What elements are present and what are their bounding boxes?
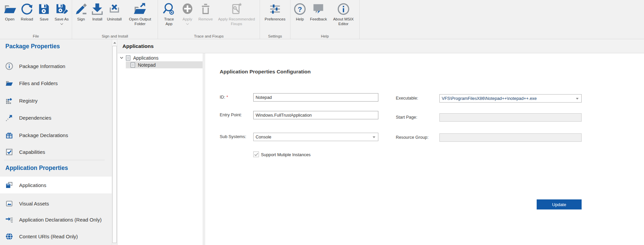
sign-icon xyxy=(74,2,88,16)
open-output-folder-button-label: Open Output Folder xyxy=(124,17,155,26)
sub-systems-label: Sub Systems: xyxy=(220,134,246,139)
required-asterisk: * xyxy=(226,95,228,100)
trace-app-icon xyxy=(162,2,176,16)
preferences-button[interactable]: Preferences xyxy=(264,2,286,21)
support-multiple-instances-label: Support Mutiple Instances xyxy=(261,152,311,157)
sidebar: Package Properties Package Information F… xyxy=(0,39,117,245)
sidebar-item-application-declarations[interactable]: Application Declarations (Read Only) xyxy=(0,211,112,228)
help-button-label: Help xyxy=(296,17,304,21)
ribbon-group-caption-settings: Settings xyxy=(260,34,290,38)
visual-assets-icon xyxy=(5,200,13,207)
open-button-label: Open xyxy=(5,17,14,21)
about-msix-editor-button[interactable]: About MSIX Editor xyxy=(330,2,357,26)
reload-button[interactable]: Reload xyxy=(19,2,34,21)
sidebar-item-label: Application Declarations (Read Only) xyxy=(19,217,102,223)
ribbon-group-caption-trace-and-fixups: Trace and Fixups xyxy=(158,34,260,38)
chevron-down-icon[interactable] xyxy=(120,56,123,60)
check-icon xyxy=(254,153,258,156)
ribbon-group-trace-and-fixups: Trace App Apply Remove Apply Recommended… xyxy=(158,0,260,39)
about-msix-editor-button-label: About MSIX Editor xyxy=(330,17,357,26)
sidebar-item-label: Registry xyxy=(19,98,38,104)
sidebar-header-application-properties: Application Properties xyxy=(5,165,68,172)
sidebar-header-package-properties: Package Properties xyxy=(5,43,60,50)
tree-node-label: Notepad xyxy=(138,62,156,68)
tree-node-applications[interactable]: Applications xyxy=(120,54,159,61)
preferences-button-label: Preferences xyxy=(265,17,285,21)
open-folder-icon xyxy=(3,2,16,16)
chevron-down-icon xyxy=(186,22,189,25)
sub-systems-combobox[interactable]: Console xyxy=(253,133,378,141)
sidebar-item-visual-assets[interactable]: Visual Assets xyxy=(0,195,112,212)
applications-icon xyxy=(5,181,13,189)
sidebar-item-package-declarations[interactable]: Package Declarations xyxy=(0,127,112,143)
entry-point-field[interactable] xyxy=(253,111,378,119)
sidebar-section-divider xyxy=(4,160,105,160)
open-button[interactable]: Open xyxy=(2,2,17,21)
sidebar-scrollbar[interactable] xyxy=(112,39,117,245)
open-output-folder-button[interactable]: Open Output Folder xyxy=(124,2,156,26)
remove-button: Remove xyxy=(198,2,213,21)
application-declarations-icon xyxy=(5,216,13,224)
form-heading: Application Properties Configuration xyxy=(220,69,311,75)
feedback-button[interactable]: Feedback xyxy=(309,2,328,21)
executable-label: Executable: xyxy=(396,96,418,101)
feedback-icon xyxy=(312,2,325,16)
resource-group-label: Resource Group: xyxy=(396,135,428,140)
uninstall-button[interactable]: Uninstall xyxy=(106,2,122,21)
ribbon-group-file: Open Reload Save Save As File xyxy=(0,0,72,39)
scrollbar-up-arrow[interactable] xyxy=(112,40,117,45)
page-title: Applications xyxy=(118,39,644,53)
uninstall-button-label: Uninstall xyxy=(107,17,122,21)
save-icon xyxy=(37,2,51,16)
save-button-label: Save xyxy=(40,17,48,21)
sidebar-item-dependencies[interactable]: Dependencies xyxy=(0,109,112,126)
save-as-icon xyxy=(55,2,68,16)
sidebar-item-capabilities[interactable]: Capabilities xyxy=(0,143,112,160)
scrollbar-thumb[interactable] xyxy=(112,46,117,243)
sidebar-item-label: Content URIs (Read Only) xyxy=(19,234,78,239)
entry-point-label: Entry Point: xyxy=(220,112,242,117)
trace-app-button[interactable]: Trace App xyxy=(161,2,177,26)
registry-icon xyxy=(5,97,13,105)
sidebar-item-content-uris[interactable]: Content URIs (Read Only) xyxy=(0,228,112,245)
apply-button-label: Apply xyxy=(182,17,192,21)
applications-tree: Applications Notepad xyxy=(118,53,203,245)
document-icon xyxy=(126,55,130,61)
executable-combobox[interactable]: VFS\ProgramFilesX86\Notepad++\notepad++.… xyxy=(439,94,582,103)
chevron-down-icon xyxy=(373,136,375,138)
id-field[interactable] xyxy=(253,93,378,102)
chevron-down-icon[interactable] xyxy=(60,22,63,25)
save-as-button[interactable]: Save As xyxy=(54,2,69,24)
sidebar-item-applications[interactable]: Applications xyxy=(0,177,112,193)
tree-node-notepad[interactable]: Notepad xyxy=(126,61,203,68)
update-button[interactable]: Update xyxy=(537,199,582,209)
sidebar-item-registry[interactable]: Registry xyxy=(0,92,112,109)
tree-splitter[interactable] xyxy=(203,53,205,245)
ribbon-group-sign-and-install: Sign Install Uninstall Open Output Folde… xyxy=(72,0,158,39)
sidebar-item-package-information[interactable]: Package Information xyxy=(0,58,112,74)
ribbon-toolbar: Open Reload Save Save As File Sign xyxy=(0,0,644,39)
main-panel: Applications Applications Notepad Applic… xyxy=(118,39,644,245)
apply-recommended-fixups-button: Apply Recommended Fixups xyxy=(216,2,257,26)
apply-button: Apply xyxy=(180,2,195,24)
sidebar-item-label: Capabilities xyxy=(19,149,45,155)
ribbon-group-caption-file: File xyxy=(0,34,72,38)
sidebar-item-label: Dependencies xyxy=(19,115,51,121)
ribbon-group-settings: Preferences Settings xyxy=(260,0,290,39)
help-button[interactable]: ? Help xyxy=(292,2,307,21)
about-msix-editor-icon xyxy=(337,2,350,16)
save-button[interactable]: Save xyxy=(37,2,51,21)
open-output-folder-icon xyxy=(133,2,147,16)
start-page-field xyxy=(439,113,582,122)
feedback-button-label: Feedback xyxy=(310,17,327,21)
ribbon-group-caption-sign-and-install: Sign and Install xyxy=(72,34,158,38)
sidebar-item-label: Files and Folders xyxy=(19,80,58,86)
sidebar-item-files-and-folders[interactable]: Files and Folders xyxy=(0,75,112,91)
sidebar-item-label: Visual Assets xyxy=(19,201,49,206)
sign-button[interactable]: Sign xyxy=(74,2,89,21)
sidebar-item-label: Package Declarations xyxy=(19,132,68,138)
install-icon xyxy=(91,2,104,16)
sidebar-item-label: Package Information xyxy=(19,63,65,69)
install-button[interactable]: Install xyxy=(90,2,105,21)
document-icon xyxy=(130,62,135,68)
